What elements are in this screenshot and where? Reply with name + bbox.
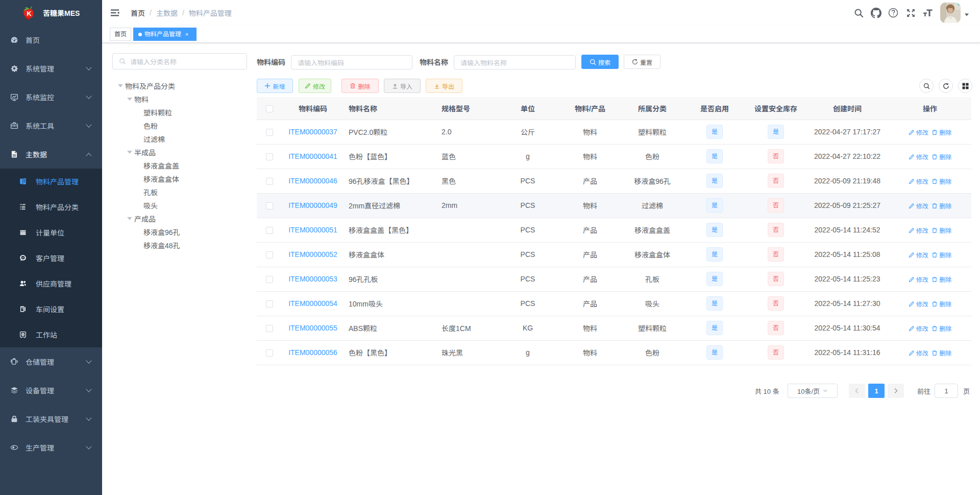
svg-text:K: K	[27, 10, 32, 17]
